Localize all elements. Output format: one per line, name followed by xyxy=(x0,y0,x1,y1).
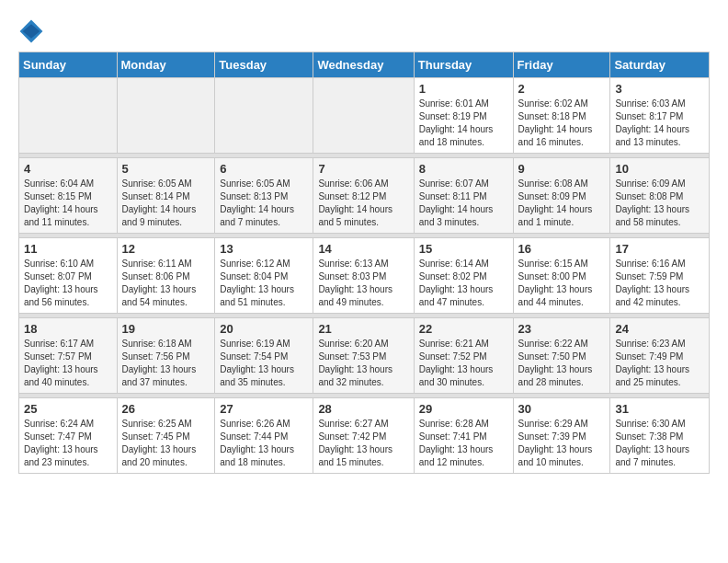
weekday-header-sunday: Sunday xyxy=(19,52,118,78)
day-info: Sunrise: 6:06 AM Sunset: 8:12 PM Dayligh… xyxy=(318,178,408,229)
day-number: 29 xyxy=(419,402,508,416)
week-row-3: 11Sunrise: 6:10 AM Sunset: 8:07 PM Dayli… xyxy=(19,238,710,314)
calendar-cell-3-2: 12Sunrise: 6:11 AM Sunset: 8:06 PM Dayli… xyxy=(117,238,215,314)
day-info: Sunrise: 6:05 AM Sunset: 8:14 PM Dayligh… xyxy=(122,178,210,229)
calendar-cell-1-3 xyxy=(215,78,313,154)
day-number: 30 xyxy=(518,402,606,416)
day-info: Sunrise: 6:18 AM Sunset: 7:56 PM Dayligh… xyxy=(122,338,210,389)
day-number: 20 xyxy=(220,322,308,336)
day-info: Sunrise: 6:08 AM Sunset: 8:09 PM Dayligh… xyxy=(518,178,606,229)
day-info: Sunrise: 6:25 AM Sunset: 7:45 PM Dayligh… xyxy=(122,418,210,469)
calendar-cell-2-7: 10Sunrise: 6:09 AM Sunset: 8:08 PM Dayli… xyxy=(610,158,710,234)
day-number: 15 xyxy=(419,242,508,256)
calendar-cell-4-1: 18Sunrise: 6:17 AM Sunset: 7:57 PM Dayli… xyxy=(19,318,118,394)
day-info: Sunrise: 6:10 AM Sunset: 8:07 PM Dayligh… xyxy=(24,258,112,309)
weekday-header-saturday: Saturday xyxy=(610,52,710,78)
day-info: Sunrise: 6:13 AM Sunset: 8:03 PM Dayligh… xyxy=(318,258,408,309)
day-info: Sunrise: 6:19 AM Sunset: 7:54 PM Dayligh… xyxy=(220,338,308,389)
day-number: 31 xyxy=(615,402,704,416)
week-row-5: 25Sunrise: 6:24 AM Sunset: 7:47 PM Dayli… xyxy=(19,398,710,474)
calendar-cell-4-6: 23Sunrise: 6:22 AM Sunset: 7:50 PM Dayli… xyxy=(513,318,610,394)
day-number: 16 xyxy=(518,242,606,256)
day-number: 25 xyxy=(24,402,112,416)
day-info: Sunrise: 6:03 AM Sunset: 8:17 PM Dayligh… xyxy=(615,98,704,149)
calendar-cell-4-7: 24Sunrise: 6:23 AM Sunset: 7:49 PM Dayli… xyxy=(610,318,710,394)
weekday-header-friday: Friday xyxy=(513,52,610,78)
calendar-cell-5-5: 29Sunrise: 6:28 AM Sunset: 7:41 PM Dayli… xyxy=(414,398,513,474)
day-number: 13 xyxy=(220,242,308,256)
calendar-cell-3-4: 14Sunrise: 6:13 AM Sunset: 8:03 PM Dayli… xyxy=(313,238,414,314)
day-number: 9 xyxy=(518,162,606,176)
week-row-4: 18Sunrise: 6:17 AM Sunset: 7:57 PM Dayli… xyxy=(19,318,710,394)
day-info: Sunrise: 6:12 AM Sunset: 8:04 PM Dayligh… xyxy=(220,258,308,309)
day-info: Sunrise: 6:16 AM Sunset: 7:59 PM Dayligh… xyxy=(615,258,704,309)
day-info: Sunrise: 6:27 AM Sunset: 7:42 PM Dayligh… xyxy=(318,418,408,469)
calendar-cell-3-6: 16Sunrise: 6:15 AM Sunset: 8:00 PM Dayli… xyxy=(513,238,610,314)
calendar-cell-4-2: 19Sunrise: 6:18 AM Sunset: 7:56 PM Dayli… xyxy=(117,318,215,394)
calendar-cell-2-2: 5Sunrise: 6:05 AM Sunset: 8:14 PM Daylig… xyxy=(117,158,215,234)
calendar-cell-3-7: 17Sunrise: 6:16 AM Sunset: 7:59 PM Dayli… xyxy=(610,238,710,314)
calendar-cell-4-3: 20Sunrise: 6:19 AM Sunset: 7:54 PM Dayli… xyxy=(215,318,313,394)
day-info: Sunrise: 6:04 AM Sunset: 8:15 PM Dayligh… xyxy=(24,178,112,229)
calendar-cell-2-1: 4Sunrise: 6:04 AM Sunset: 8:15 PM Daylig… xyxy=(19,158,118,234)
day-info: Sunrise: 6:26 AM Sunset: 7:44 PM Dayligh… xyxy=(220,418,308,469)
weekday-header-tuesday: Tuesday xyxy=(215,52,313,78)
day-info: Sunrise: 6:20 AM Sunset: 7:53 PM Dayligh… xyxy=(318,338,408,389)
day-number: 21 xyxy=(318,322,408,336)
day-number: 26 xyxy=(122,402,210,416)
calendar: SundayMondayTuesdayWednesdayThursdayFrid… xyxy=(18,52,710,474)
day-number: 18 xyxy=(24,322,112,336)
calendar-cell-1-1 xyxy=(19,78,118,154)
day-info: Sunrise: 6:17 AM Sunset: 7:57 PM Dayligh… xyxy=(24,338,112,389)
calendar-cell-1-6: 2Sunrise: 6:02 AM Sunset: 8:18 PM Daylig… xyxy=(513,78,610,154)
day-info: Sunrise: 6:01 AM Sunset: 8:19 PM Dayligh… xyxy=(419,98,508,149)
calendar-cell-5-4: 28Sunrise: 6:27 AM Sunset: 7:42 PM Dayli… xyxy=(313,398,414,474)
weekday-header-thursday: Thursday xyxy=(414,52,513,78)
calendar-cell-5-2: 26Sunrise: 6:25 AM Sunset: 7:45 PM Dayli… xyxy=(117,398,215,474)
day-number: 2 xyxy=(518,82,606,96)
day-info: Sunrise: 6:30 AM Sunset: 7:38 PM Dayligh… xyxy=(615,418,704,469)
day-number: 28 xyxy=(318,402,408,416)
calendar-cell-2-4: 7Sunrise: 6:06 AM Sunset: 8:12 PM Daylig… xyxy=(313,158,414,234)
day-number: 23 xyxy=(518,322,606,336)
calendar-cell-1-7: 3Sunrise: 6:03 AM Sunset: 8:17 PM Daylig… xyxy=(610,78,710,154)
day-number: 7 xyxy=(318,162,408,176)
weekday-header-monday: Monday xyxy=(117,52,215,78)
day-number: 6 xyxy=(220,162,308,176)
day-number: 22 xyxy=(419,322,508,336)
day-info: Sunrise: 6:15 AM Sunset: 8:00 PM Dayligh… xyxy=(518,258,606,309)
day-number: 5 xyxy=(122,162,210,176)
day-number: 8 xyxy=(419,162,508,176)
calendar-cell-2-3: 6Sunrise: 6:05 AM Sunset: 8:13 PM Daylig… xyxy=(215,158,313,234)
day-info: Sunrise: 6:07 AM Sunset: 8:11 PM Dayligh… xyxy=(419,178,508,229)
calendar-cell-4-4: 21Sunrise: 6:20 AM Sunset: 7:53 PM Dayli… xyxy=(313,318,414,394)
day-number: 27 xyxy=(220,402,308,416)
logo xyxy=(18,18,48,44)
calendar-cell-3-5: 15Sunrise: 6:14 AM Sunset: 8:02 PM Dayli… xyxy=(414,238,513,314)
calendar-cell-2-6: 9Sunrise: 6:08 AM Sunset: 8:09 PM Daylig… xyxy=(513,158,610,234)
calendar-cell-1-5: 1Sunrise: 6:01 AM Sunset: 8:19 PM Daylig… xyxy=(414,78,513,154)
day-info: Sunrise: 6:14 AM Sunset: 8:02 PM Dayligh… xyxy=(419,258,508,309)
day-info: Sunrise: 6:09 AM Sunset: 8:08 PM Dayligh… xyxy=(615,178,704,229)
day-info: Sunrise: 6:21 AM Sunset: 7:52 PM Dayligh… xyxy=(419,338,508,389)
calendar-cell-1-4 xyxy=(313,78,414,154)
calendar-cell-1-2 xyxy=(117,78,215,154)
calendar-cell-4-5: 22Sunrise: 6:21 AM Sunset: 7:52 PM Dayli… xyxy=(414,318,513,394)
day-number: 10 xyxy=(615,162,704,176)
calendar-cell-5-6: 30Sunrise: 6:29 AM Sunset: 7:39 PM Dayli… xyxy=(513,398,610,474)
calendar-cell-5-3: 27Sunrise: 6:26 AM Sunset: 7:44 PM Dayli… xyxy=(215,398,313,474)
day-info: Sunrise: 6:22 AM Sunset: 7:50 PM Dayligh… xyxy=(518,338,606,389)
day-number: 3 xyxy=(615,82,704,96)
logo-icon xyxy=(18,18,44,44)
calendar-cell-5-7: 31Sunrise: 6:30 AM Sunset: 7:38 PM Dayli… xyxy=(610,398,710,474)
day-number: 19 xyxy=(122,322,210,336)
day-number: 1 xyxy=(419,82,508,96)
day-number: 11 xyxy=(24,242,112,256)
calendar-cell-5-1: 25Sunrise: 6:24 AM Sunset: 7:47 PM Dayli… xyxy=(19,398,118,474)
day-info: Sunrise: 6:24 AM Sunset: 7:47 PM Dayligh… xyxy=(24,418,112,469)
calendar-cell-2-5: 8Sunrise: 6:07 AM Sunset: 8:11 PM Daylig… xyxy=(414,158,513,234)
day-number: 14 xyxy=(318,242,408,256)
day-info: Sunrise: 6:28 AM Sunset: 7:41 PM Dayligh… xyxy=(419,418,508,469)
header xyxy=(18,18,710,44)
day-number: 24 xyxy=(615,322,704,336)
